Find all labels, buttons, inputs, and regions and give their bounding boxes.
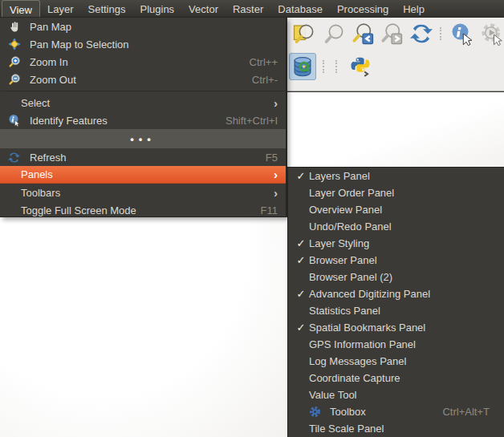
submenu-item-label: Coordinate Capture — [309, 372, 490, 384]
submenu-item-label: Layers Panel — [309, 170, 490, 182]
submenu-item-spatial-bookmarks-panel[interactable]: ✓ Spatial Bookmarks Panel — [288, 319, 504, 336]
toolbar-separator[interactable] — [335, 60, 340, 73]
submenu-item-toolbox[interactable]: Toolbox Ctrl+Alt+T — [288, 403, 504, 420]
zoom-in-icon — [7, 55, 21, 69]
menubar-item-settings[interactable]: Settings — [80, 0, 132, 17]
submenu-item-value-tool[interactable]: Value Tool — [288, 386, 504, 403]
submenu-item-advanced-digitizing-panel[interactable]: ✓ Advanced Digitizing Panel — [288, 285, 504, 302]
menubar-item-processing[interactable]: Processing — [330, 0, 396, 17]
submenu-item-undo-redo-panel[interactable]: Undo/Redo Panel — [288, 218, 504, 235]
panels-submenu: ✓ Layers Panel Layer Order Panel Overvie… — [287, 167, 504, 437]
toolbar-separator[interactable] — [323, 60, 327, 73]
menu-item-pan-map[interactable]: Pan Map — [0, 18, 286, 35]
zoom-last-icon[interactable] — [351, 20, 375, 47]
zoom-full-icon[interactable] — [292, 20, 316, 47]
more-items-indicator[interactable]: ••• — [0, 129, 286, 148]
menu-item-label: Zoom Out — [30, 74, 242, 86]
zoom-next-icon[interactable] — [380, 20, 404, 47]
checkmark-icon: ✓ — [293, 254, 309, 266]
submenu-item-layer-order-panel[interactable]: Layer Order Panel — [288, 184, 504, 201]
menu-item-shortcut: Ctrl+- — [252, 74, 278, 86]
qgis-window: View Layer Settings Plugins Vector Raste… — [0, 0, 504, 437]
menu-item-zoom-in[interactable]: Zoom In Ctrl++ — [0, 53, 286, 71]
menu-item-refresh[interactable]: Refresh F5 — [0, 148, 286, 166]
toolbox-gear-icon — [309, 406, 321, 418]
menu-item-panels[interactable]: Panels › — [0, 166, 286, 184]
submenu-arrow-icon: › — [274, 168, 278, 180]
submenu-item-layer-styling[interactable]: ✓ Layer Styling — [288, 235, 504, 252]
menu-item-label: Identify Features — [30, 115, 216, 127]
menubar-item-plugins[interactable]: Plugins — [132, 0, 181, 17]
submenu-item-label: Layer Order Panel — [309, 187, 490, 199]
menubar: View Layer Settings Plugins Vector Raste… — [0, 0, 504, 18]
submenu-item-label: Undo/Redo Panel — [309, 221, 490, 233]
menu-item-select[interactable]: Select › — [0, 94, 286, 111]
run-feature-action-icon[interactable] — [480, 20, 504, 47]
map-canvas-right — [287, 92, 504, 167]
menu-item-toolbars[interactable]: Toolbars › — [0, 184, 286, 201]
pan-hand-icon — [7, 20, 21, 34]
menu-item-label: Toggle Full Screen Mode — [21, 204, 251, 216]
submenu-item-shortcut: Ctrl+Alt+T — [442, 406, 490, 418]
toolbar — [287, 18, 504, 91]
db-manager-icon[interactable] — [289, 53, 316, 80]
submenu-item-tile-scale-panel[interactable]: Tile Scale Panel — [288, 420, 504, 437]
submenu-item-label: Browser Panel — [309, 254, 490, 266]
python-console-icon[interactable] — [347, 53, 374, 80]
submenu-item-label: Toolbox — [330, 406, 442, 418]
submenu-arrow-icon: › — [274, 187, 278, 199]
submenu-item-statistics-panel[interactable]: Statistics Panel — [288, 302, 504, 319]
submenu-item-label: Layer Styling — [309, 237, 490, 249]
menubar-item-raster[interactable]: Raster — [226, 0, 270, 17]
menu-item-shortcut: F5 — [266, 152, 278, 164]
toolbar-row-plugins — [287, 50, 504, 83]
menubar-item-view[interactable]: View — [2, 0, 40, 17]
menu-item-label: Panels — [21, 168, 264, 180]
refresh-icon — [7, 151, 21, 164]
submenu-item-label: Spatial Bookmarks Panel — [309, 322, 490, 334]
submenu-item-browser-panel-2[interactable]: Browser Panel (2) — [288, 269, 504, 285]
submenu-item-label: Browser Panel (2) — [309, 271, 490, 283]
menubar-item-database[interactable]: Database — [270, 0, 330, 17]
zoom-to-selection-icon[interactable] — [321, 20, 345, 47]
submenu-item-label: Value Tool — [309, 389, 490, 401]
submenu-item-coordinate-capture[interactable]: Coordinate Capture — [288, 370, 504, 386]
menubar-item-layer[interactable]: Layer — [40, 0, 81, 17]
menu-item-identify-features[interactable]: Identify Features Shift+Ctrl+I — [0, 111, 286, 129]
menubar-item-help[interactable]: Help — [396, 0, 432, 17]
menu-item-shortcut: Shift+Ctrl+I — [226, 115, 278, 127]
menu-item-label: Select — [21, 97, 264, 109]
checkmark-icon: ✓ — [293, 170, 309, 182]
toolbar-row-navigation — [287, 18, 504, 50]
menu-item-pan-map-to-selection[interactable]: Pan Map to Selection — [0, 35, 286, 53]
identify-features-icon[interactable] — [450, 20, 474, 47]
identify-features-icon — [7, 114, 21, 127]
menubar-item-vector[interactable]: Vector — [181, 0, 226, 17]
checkmark-icon: ✓ — [293, 322, 309, 334]
submenu-item-label: Advanced Digitizing Panel — [309, 288, 490, 300]
submenu-item-layers-panel[interactable]: ✓ Layers Panel — [288, 168, 504, 184]
menu-item-toggle-full-screen[interactable]: Toggle Full Screen Mode F11 — [0, 201, 286, 217]
view-menu-dropdown: Pan Map Pan Map to Selection Zoom In Ctr… — [0, 18, 287, 217]
menu-item-label: Zoom In — [30, 56, 240, 68]
submenu-item-browser-panel[interactable]: ✓ Browser Panel — [288, 252, 504, 269]
submenu-item-label: Log Messages Panel — [309, 355, 490, 367]
submenu-item-overview-panel[interactable]: Overview Panel — [288, 201, 504, 218]
menu-item-zoom-out[interactable]: Zoom Out Ctrl+- — [0, 71, 286, 88]
submenu-item-label: GPS Information Panel — [309, 338, 490, 350]
zoom-out-icon — [7, 73, 21, 87]
menu-item-label: Pan Map to Selection — [30, 38, 278, 51]
submenu-item-gps-information-panel[interactable]: GPS Information Panel — [288, 336, 504, 353]
checkmark-icon: ✓ — [293, 237, 309, 249]
toolbar-separator[interactable] — [440, 27, 445, 40]
refresh-icon[interactable] — [408, 20, 433, 47]
menu-item-shortcut: F11 — [261, 204, 278, 216]
menu-separator — [0, 88, 286, 94]
menu-item-label: Pan Map — [30, 21, 278, 33]
menu-item-label: Toolbars — [21, 187, 264, 199]
submenu-item-label: Overview Panel — [309, 204, 490, 216]
menu-item-label: Refresh — [30, 152, 256, 164]
submenu-item-label: Statistics Panel — [309, 305, 490, 317]
submenu-item-log-messages-panel[interactable]: Log Messages Panel — [288, 353, 504, 370]
pan-to-selection-icon — [7, 38, 21, 51]
